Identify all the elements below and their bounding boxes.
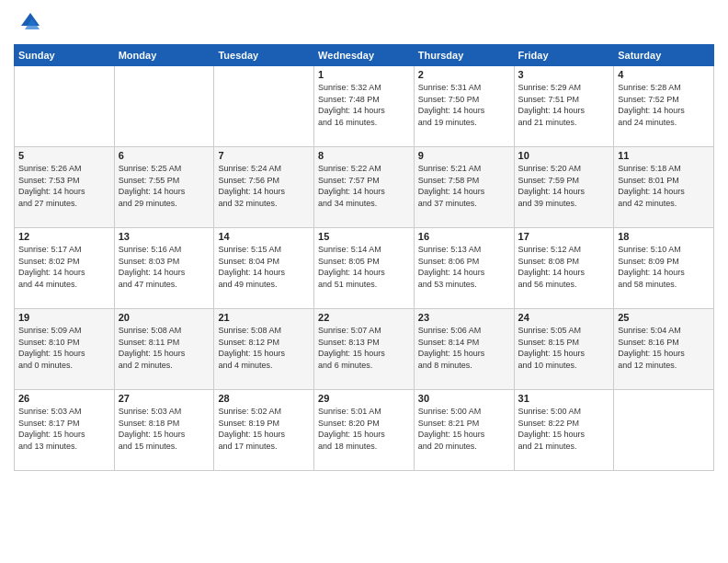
- calendar-cell: [214, 66, 314, 147]
- day-number: 25: [618, 312, 710, 323]
- calendar-cell: 11Sunrise: 5:18 AMSunset: 8:01 PMDayligh…: [614, 147, 714, 228]
- calendar-cell: 24Sunrise: 5:05 AMSunset: 8:15 PMDayligh…: [514, 309, 614, 390]
- day-number: 4: [618, 69, 710, 80]
- day-info: Sunrise: 5:16 AMSunset: 8:03 PMDaylight:…: [119, 244, 210, 290]
- day-number: 29: [318, 393, 410, 404]
- calendar-cell: 21Sunrise: 5:08 AMSunset: 8:12 PMDayligh…: [214, 309, 314, 390]
- calendar-cell: 10Sunrise: 5:20 AMSunset: 7:59 PMDayligh…: [514, 147, 614, 228]
- day-info: Sunrise: 5:29 AMSunset: 7:51 PMDaylight:…: [518, 82, 610, 128]
- day-number: 9: [418, 150, 510, 161]
- day-number: 2: [418, 69, 510, 80]
- calendar-cell: 4Sunrise: 5:28 AMSunset: 7:52 PMDaylight…: [614, 66, 714, 147]
- day-number: 24: [518, 312, 610, 323]
- day-info: Sunrise: 5:32 AMSunset: 7:48 PMDaylight:…: [318, 82, 410, 128]
- day-number: 26: [18, 393, 110, 404]
- day-number: 15: [318, 231, 410, 242]
- day-number: 6: [119, 150, 210, 161]
- calendar-cell: [614, 390, 714, 471]
- calendar-header: SundayMondayTuesdayWednesdayThursdayFrid…: [15, 45, 714, 66]
- calendar-cell: 27Sunrise: 5:03 AMSunset: 8:18 PMDayligh…: [114, 390, 214, 471]
- day-info: Sunrise: 5:22 AMSunset: 7:57 PMDaylight:…: [318, 163, 410, 209]
- calendar-cell: 18Sunrise: 5:10 AMSunset: 8:09 PMDayligh…: [614, 228, 714, 309]
- day-header-saturday: Saturday: [614, 45, 714, 66]
- calendar-cell: 1Sunrise: 5:32 AMSunset: 7:48 PMDaylight…: [314, 66, 415, 147]
- day-number: 22: [318, 312, 410, 323]
- calendar-cell: 5Sunrise: 5:26 AMSunset: 7:53 PMDaylight…: [15, 147, 115, 228]
- day-info: Sunrise: 5:31 AMSunset: 7:50 PMDaylight:…: [418, 82, 510, 128]
- day-number: 18: [618, 231, 710, 242]
- day-info: Sunrise: 5:20 AMSunset: 7:59 PMDaylight:…: [518, 163, 610, 209]
- day-info: Sunrise: 5:13 AMSunset: 8:06 PMDaylight:…: [418, 244, 510, 290]
- calendar-body: 1Sunrise: 5:32 AMSunset: 7:48 PMDaylight…: [15, 66, 714, 471]
- day-info: Sunrise: 5:03 AMSunset: 8:17 PMDaylight:…: [18, 406, 110, 452]
- calendar-cell: 26Sunrise: 5:03 AMSunset: 8:17 PMDayligh…: [15, 390, 115, 471]
- calendar-cell: 31Sunrise: 5:00 AMSunset: 8:22 PMDayligh…: [514, 390, 614, 471]
- day-info: Sunrise: 5:03 AMSunset: 8:18 PMDaylight:…: [119, 406, 210, 452]
- calendar-cell: 15Sunrise: 5:14 AMSunset: 8:05 PMDayligh…: [314, 228, 415, 309]
- day-number: 31: [518, 393, 610, 404]
- week-row-3: 12Sunrise: 5:17 AMSunset: 8:02 PMDayligh…: [15, 228, 714, 309]
- calendar-cell: 30Sunrise: 5:00 AMSunset: 8:21 PMDayligh…: [414, 390, 514, 471]
- day-info: Sunrise: 5:15 AMSunset: 8:04 PMDaylight:…: [218, 244, 310, 290]
- day-info: Sunrise: 5:06 AMSunset: 8:14 PMDaylight:…: [418, 325, 510, 371]
- day-number: 19: [18, 312, 110, 323]
- day-number: 8: [318, 150, 410, 161]
- day-number: 1: [318, 69, 410, 80]
- calendar-cell: 9Sunrise: 5:21 AMSunset: 7:58 PMDaylight…: [414, 147, 514, 228]
- day-info: Sunrise: 5:14 AMSunset: 8:05 PMDaylight:…: [318, 244, 410, 290]
- logo: [14, 9, 45, 37]
- calendar-cell: [114, 66, 214, 147]
- week-row-5: 26Sunrise: 5:03 AMSunset: 8:17 PMDayligh…: [15, 390, 714, 471]
- calendar-cell: 16Sunrise: 5:13 AMSunset: 8:06 PMDayligh…: [414, 228, 514, 309]
- day-info: Sunrise: 5:01 AMSunset: 8:20 PMDaylight:…: [318, 406, 410, 452]
- calendar-table: SundayMondayTuesdayWednesdayThursdayFrid…: [14, 44, 714, 471]
- calendar-cell: 2Sunrise: 5:31 AMSunset: 7:50 PMDaylight…: [414, 66, 514, 147]
- day-info: Sunrise: 5:28 AMSunset: 7:52 PMDaylight:…: [618, 82, 710, 128]
- day-info: Sunrise: 5:08 AMSunset: 8:11 PMDaylight:…: [119, 325, 210, 371]
- calendar-cell: 20Sunrise: 5:08 AMSunset: 8:11 PMDayligh…: [114, 309, 214, 390]
- day-number: 16: [418, 231, 510, 242]
- week-row-2: 5Sunrise: 5:26 AMSunset: 7:53 PMDaylight…: [15, 147, 714, 228]
- calendar-cell: 17Sunrise: 5:12 AMSunset: 8:08 PMDayligh…: [514, 228, 614, 309]
- day-number: 27: [119, 393, 210, 404]
- page: SundayMondayTuesdayWednesdayThursdayFrid…: [0, 0, 728, 563]
- day-info: Sunrise: 5:21 AMSunset: 7:58 PMDaylight:…: [418, 163, 510, 209]
- week-row-4: 19Sunrise: 5:09 AMSunset: 8:10 PMDayligh…: [15, 309, 714, 390]
- calendar-cell: 23Sunrise: 5:06 AMSunset: 8:14 PMDayligh…: [414, 309, 514, 390]
- logo-icon: [14, 9, 41, 37]
- calendar-cell: 13Sunrise: 5:16 AMSunset: 8:03 PMDayligh…: [114, 228, 214, 309]
- day-number: 23: [418, 312, 510, 323]
- day-number: 20: [119, 312, 210, 323]
- calendar-cell: 22Sunrise: 5:07 AMSunset: 8:13 PMDayligh…: [314, 309, 415, 390]
- day-number: 5: [18, 150, 110, 161]
- calendar-cell: 19Sunrise: 5:09 AMSunset: 8:10 PMDayligh…: [15, 309, 115, 390]
- calendar-cell: 8Sunrise: 5:22 AMSunset: 7:57 PMDaylight…: [314, 147, 415, 228]
- day-number: 12: [18, 231, 110, 242]
- day-info: Sunrise: 5:18 AMSunset: 8:01 PMDaylight:…: [618, 163, 710, 209]
- day-info: Sunrise: 5:05 AMSunset: 8:15 PMDaylight:…: [518, 325, 610, 371]
- day-info: Sunrise: 5:07 AMSunset: 8:13 PMDaylight:…: [318, 325, 410, 371]
- day-number: 7: [218, 150, 310, 161]
- day-header-thursday: Thursday: [414, 45, 514, 66]
- day-number: 28: [218, 393, 310, 404]
- day-number: 10: [518, 150, 610, 161]
- header: [14, 9, 714, 37]
- calendar-cell: 3Sunrise: 5:29 AMSunset: 7:51 PMDaylight…: [514, 66, 614, 147]
- day-header-tuesday: Tuesday: [214, 45, 314, 66]
- calendar-cell: [15, 66, 115, 147]
- header-row: SundayMondayTuesdayWednesdayThursdayFrid…: [15, 45, 714, 66]
- day-number: 14: [218, 231, 310, 242]
- calendar-cell: 12Sunrise: 5:17 AMSunset: 8:02 PMDayligh…: [15, 228, 115, 309]
- day-info: Sunrise: 5:10 AMSunset: 8:09 PMDaylight:…: [618, 244, 710, 290]
- day-header-sunday: Sunday: [15, 45, 115, 66]
- day-info: Sunrise: 5:04 AMSunset: 8:16 PMDaylight:…: [618, 325, 710, 371]
- day-info: Sunrise: 5:26 AMSunset: 7:53 PMDaylight:…: [18, 163, 110, 209]
- day-number: 11: [618, 150, 710, 161]
- calendar-cell: 25Sunrise: 5:04 AMSunset: 8:16 PMDayligh…: [614, 309, 714, 390]
- day-info: Sunrise: 5:24 AMSunset: 7:56 PMDaylight:…: [218, 163, 310, 209]
- day-info: Sunrise: 5:09 AMSunset: 8:10 PMDaylight:…: [18, 325, 110, 371]
- day-info: Sunrise: 5:17 AMSunset: 8:02 PMDaylight:…: [18, 244, 110, 290]
- day-info: Sunrise: 5:00 AMSunset: 8:22 PMDaylight:…: [518, 406, 610, 452]
- week-row-1: 1Sunrise: 5:32 AMSunset: 7:48 PMDaylight…: [15, 66, 714, 147]
- day-info: Sunrise: 5:12 AMSunset: 8:08 PMDaylight:…: [518, 244, 610, 290]
